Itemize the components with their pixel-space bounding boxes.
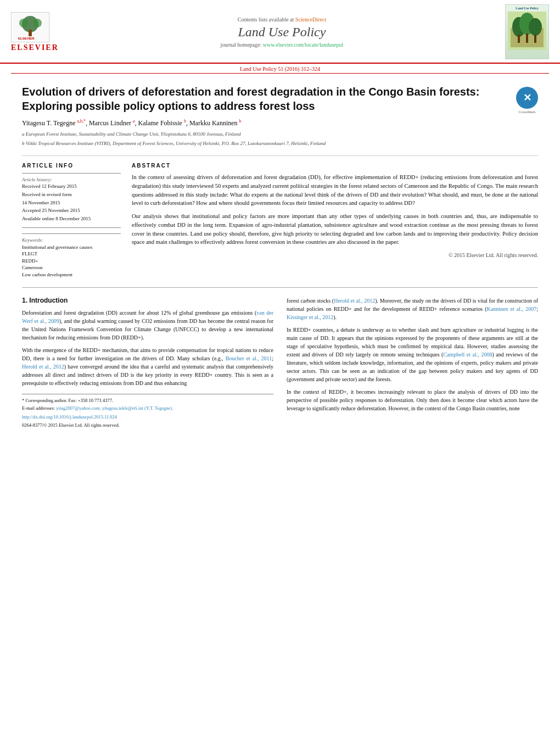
footnote-issn: 0264-8377/© 2015 Elsevier Ltd. All right… <box>22 422 273 429</box>
received-revised-date: 14 November 2015 <box>22 200 121 207</box>
svg-rect-13 <box>534 35 536 43</box>
article-title: Evolution of drivers of deforestation an… <box>22 85 505 113</box>
sciencedirect-line: Contents lists available at ScienceDirec… <box>70 16 494 23</box>
article-history: Article history: Received 12 February 20… <box>22 173 121 227</box>
abstract-heading: ABSTRACT <box>132 163 538 169</box>
sciencedirect-link[interactable]: ScienceDirect <box>295 16 326 23</box>
keyword-3: REDD+ <box>22 258 121 265</box>
accepted-date: Accepted 25 November 2015 <box>22 208 121 214</box>
article-info-col: ARTICLE INFO Article history: Received 1… <box>22 163 121 278</box>
main-content: Evolution of drivers of deforestation an… <box>0 74 560 442</box>
title-text-block: Evolution of drivers of deforestation an… <box>22 85 505 149</box>
doi-link[interactable]: http://dx.doi.org/10.1016/j.landusepol.2… <box>22 414 117 420</box>
elsevier-label: ELSEVIER <box>11 43 59 52</box>
svg-rect-2 <box>29 30 32 36</box>
homepage-link[interactable]: www.elsevier.com/locate/landusepol <box>263 42 344 48</box>
journal-cover-title: Land Use Policy <box>516 7 539 10</box>
crossmark: ✕ CrossMark <box>516 87 538 114</box>
crossmark-icon: ✕ <box>516 87 538 109</box>
keyword-5: Low carbon development <box>22 271 121 278</box>
footnote-area: * Corresponding author. Fax: +358 10 773… <box>22 394 273 429</box>
doi-line: Land Use Policy 51 (2016) 312–324 <box>11 64 549 74</box>
svg-point-10 <box>529 18 542 36</box>
article-info-heading: ARTICLE INFO <box>22 163 121 169</box>
abstract-text: In the context of assessing drivers of d… <box>132 173 538 247</box>
intro-para-2: With the emergence of the REDD+ mechanis… <box>22 346 273 387</box>
ref-link-4[interactable]: Herold et al., 2012 <box>334 298 375 304</box>
keyword-2: FLEGT <box>22 250 121 258</box>
available-date: Available online 8 December 2015 <box>22 216 121 222</box>
footnote-email-link[interactable]: yitag2007@yahoo.com, yitagesu.tekle@efi.… <box>56 405 173 411</box>
ref-link-3[interactable]: Herold et al., 2012 <box>22 364 64 370</box>
intro-heading: 1. Introduction <box>22 297 273 304</box>
authors: Yitagesu T. Tegegne a,b,*, Marcus Lindne… <box>22 119 505 127</box>
crossmark-label: CrossMark <box>516 110 538 114</box>
ref-link-2[interactable]: Boucher et al., 2011 <box>226 355 272 361</box>
intro-left: 1. Introduction Deforestation and forest… <box>22 297 273 431</box>
intro-para-5: In the context of REDD+, it becomes incr… <box>287 388 538 412</box>
journal-cover: Land Use Policy <box>505 4 549 59</box>
ref-link-5[interactable]: Kanninen et al., 2007 <box>487 306 537 312</box>
svg-text:ELSEVIER: ELSEVIER <box>18 37 35 40</box>
homepage-line: journal homepage: www.elsevier.com/locat… <box>70 42 494 48</box>
title-section: Evolution of drivers of deforestation an… <box>22 85 538 149</box>
affiliation-a: a European Forest Institute, Sustainabil… <box>22 131 505 138</box>
article-info-abstract: ARTICLE INFO Article history: Received 1… <box>22 155 538 278</box>
abstract-col: ABSTRACT In the context of assessing dri… <box>132 163 538 278</box>
abstract-para-1: In the context of assessing drivers of d… <box>132 173 538 208</box>
received-date: Received 12 February 2015 <box>22 183 121 190</box>
intro-para-3: forest carbon stocks (Herold et al., 201… <box>287 297 538 321</box>
ref-link-1[interactable]: van der Werf et al., 2009 <box>22 310 273 324</box>
keywords-block: Keywords: Institutional and governance c… <box>22 233 121 278</box>
header-center: Contents lists available at ScienceDirec… <box>59 16 505 48</box>
elsevier-figure: ELSEVIER <box>11 12 49 42</box>
section-divider <box>22 287 538 288</box>
keywords-label: Keywords: <box>22 237 121 243</box>
footnote-doi: http://dx.doi.org/10.1016/j.landusepol.2… <box>22 414 273 421</box>
journal-name-header: Land Use Policy <box>70 25 494 40</box>
introduction-section: 1. Introduction Deforestation and forest… <box>22 297 538 431</box>
ref-link-6[interactable]: Kissinger et al., 2012 <box>287 314 333 320</box>
keyword-1: Institutional and governance causes <box>22 244 121 251</box>
footnote-email: E-mail addresses: yitag2007@yahoo.com, y… <box>22 405 273 412</box>
footnote-star: * Corresponding author. Fax: +358 10 773… <box>22 398 273 404</box>
elsevier-logo: ELSEVIER ELSEVIER <box>11 12 59 52</box>
history-label: Article history: <box>22 177 121 182</box>
affiliation-b: b Viikki Tropical Resources Institute (V… <box>22 140 505 147</box>
intro-right: forest carbon stocks (Herold et al., 201… <box>287 297 538 431</box>
intro-para-4: In REDD+ countries, a debate is underway… <box>287 326 538 383</box>
abstract-para-2: Our analysis shows that institutional an… <box>132 212 538 247</box>
journal-header: ELSEVIER ELSEVIER Contents lists availab… <box>0 0 560 64</box>
svg-rect-12 <box>526 34 528 43</box>
svg-point-4 <box>33 19 42 27</box>
received-revised-label: Received in revised form <box>22 192 121 198</box>
svg-point-3 <box>19 19 28 27</box>
copyright: © 2015 Elsevier Ltd. All rights reserved… <box>132 252 538 258</box>
svg-rect-11 <box>518 35 520 43</box>
ref-link-7[interactable]: Campbell et al., 2008 <box>443 352 492 358</box>
keyword-4: Cameroon <box>22 264 121 271</box>
intro-para-1: Deforestation and forest degradation (DD… <box>22 309 273 342</box>
